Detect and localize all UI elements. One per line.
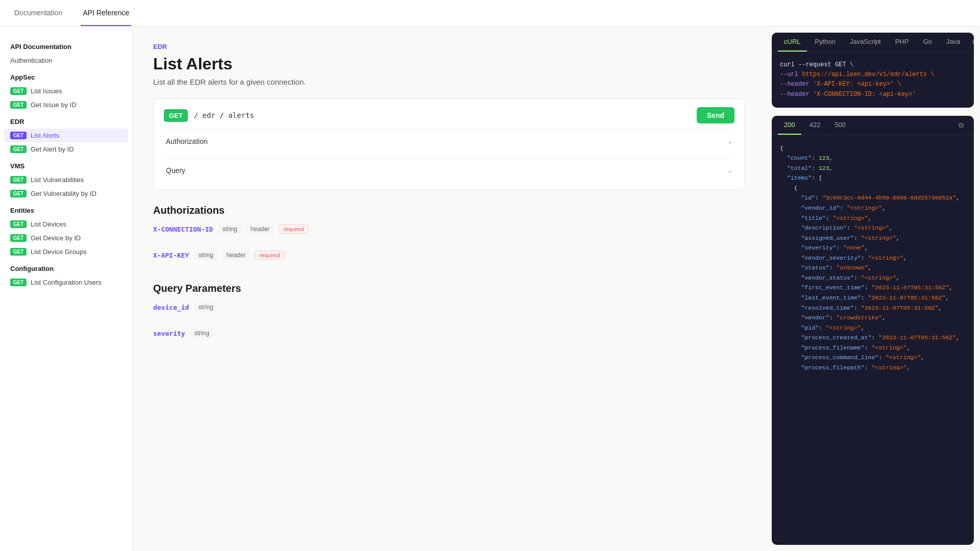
top-nav: Documentation API Reference <box>0 0 980 27</box>
param-name: device_id <box>153 304 189 311</box>
send-button[interactable]: Send <box>697 107 734 123</box>
authorizations-title: Authorizations <box>153 205 745 216</box>
sidebar-item-list-vulns[interactable]: GET List Vulnerabilities <box>0 173 132 187</box>
param-location: header <box>223 251 250 260</box>
accordion-header-authorization[interactable]: Authorization ⌄ <box>164 130 734 153</box>
code-tabs: cURL Python JavaScript PHP Go Java ⧉ <box>772 33 974 52</box>
response-tabs: 200 422 500 ⧉ <box>772 116 974 135</box>
tab-200[interactable]: 200 <box>778 116 801 135</box>
sidebar-appsec-title: AppSec <box>0 67 132 84</box>
sidebar-item-list-alerts[interactable]: GET List Alerts <box>4 129 128 142</box>
method-badge: GET <box>164 109 188 122</box>
code-panel: cURL Python JavaScript PHP Go Java ⧉ cur… <box>772 33 974 108</box>
copy-code-button[interactable]: ⧉ <box>968 34 974 51</box>
curl-code-body: curl --request GET \ --url https://api.l… <box>772 52 974 108</box>
sidebar-item-label: List Device Groups <box>31 248 87 256</box>
method-badge: GET <box>10 145 27 153</box>
tab-python[interactable]: Python <box>809 33 842 52</box>
sidebar-item-label: List Vulnerabilities <box>31 176 84 184</box>
method-badge: GET <box>10 248 27 256</box>
param-name: X-API-KEY <box>153 252 189 259</box>
method-badge: GET <box>10 87 27 95</box>
tab-500[interactable]: 500 <box>828 116 852 135</box>
sidebar: API Documentation Authentication AppSec … <box>0 27 133 551</box>
accordion-label: Authorization <box>166 137 208 145</box>
sidebar-item-list-issues[interactable]: GET List Issues <box>0 84 132 98</box>
sidebar-item-get-alert[interactable]: GET Get Alert by ID <box>0 142 132 156</box>
chevron-down-icon: ⌄ <box>727 167 732 174</box>
param-type: string <box>190 329 213 338</box>
page-title: List Alerts <box>153 55 745 73</box>
tab-php[interactable]: PHP <box>889 33 915 52</box>
sidebar-item-label: Get Alert by ID <box>31 145 74 153</box>
sidebar-item-label: Get Device by ID <box>31 234 81 242</box>
sidebar-api-doc-title: API Documentation <box>0 37 132 54</box>
accordion-label: Query <box>166 166 185 174</box>
tab-java[interactable]: Java <box>940 33 966 52</box>
auth-param-x-connection-id: X-CONNECTION-ID string header required <box>153 224 745 242</box>
method-badge: GET <box>10 279 27 286</box>
query-accordion: Query ⌄ <box>164 159 734 182</box>
method-badge: GET <box>10 101 27 109</box>
accordion-header-query[interactable]: Query ⌄ <box>164 159 734 182</box>
sidebar-edr-title: EDR <box>0 112 132 129</box>
request-bar: GET / edr / alerts Send Authorization ⌄ … <box>153 98 745 190</box>
authorization-accordion: Authorization ⌄ <box>164 130 734 153</box>
param-type: string <box>194 251 217 260</box>
sidebar-item-list-device-groups[interactable]: GET List Device Groups <box>0 245 132 259</box>
method-badge: GET <box>10 176 27 184</box>
sidebar-item-authentication[interactable]: Authentication <box>0 54 132 67</box>
sidebar-item-label: List Devices <box>31 220 66 228</box>
response-panel: 200 422 500 ⧉ { "count": 123, "total": 1… <box>772 116 974 545</box>
query-params-title: Query Parameters <box>153 283 745 294</box>
sidebar-item-label: List Alerts <box>31 132 59 139</box>
required-badge: required <box>279 224 308 234</box>
method-badge: GET <box>10 234 27 242</box>
tab-go[interactable]: Go <box>917 33 938 52</box>
response-body: { "count": 123, "total": 123, "items": [… <box>772 135 974 370</box>
required-badge: required <box>255 251 284 260</box>
query-param-severity: severity string <box>153 329 745 346</box>
param-location: header <box>247 224 274 234</box>
method-badge: GET <box>10 220 27 228</box>
sidebar-item-label: Get Vulnerability by ID <box>31 190 96 197</box>
auth-param-x-api-key: X-API-KEY string header required <box>153 251 745 268</box>
sidebar-item-list-devices[interactable]: GET List Devices <box>0 217 132 231</box>
sidebar-item-label: Get Issue by ID <box>31 101 77 109</box>
request-path: / edr / alerts <box>194 111 691 119</box>
copy-response-button[interactable]: ⧉ <box>954 117 968 134</box>
layout: API Documentation Authentication AppSec … <box>0 27 980 551</box>
query-param-device-id: device_id string <box>153 303 745 320</box>
param-name: X-CONNECTION-ID <box>153 226 213 233</box>
breadcrumb: EDR <box>153 43 745 51</box>
sidebar-item-label: Authentication <box>10 57 52 64</box>
nav-tab-documentation[interactable]: Documentation <box>12 1 64 26</box>
tab-javascript[interactable]: JavaScript <box>844 33 887 52</box>
param-type: string <box>218 224 241 234</box>
sidebar-item-label: List Issues <box>31 87 62 95</box>
sidebar-vms-title: VMS <box>0 156 132 173</box>
sidebar-item-label: List Configuration Users <box>31 279 102 286</box>
request-line: GET / edr / alerts Send <box>164 107 734 123</box>
method-badge: GET <box>10 132 27 139</box>
tab-422[interactable]: 422 <box>803 116 827 135</box>
right-panel: cURL Python JavaScript PHP Go Java ⧉ cur… <box>766 27 980 551</box>
chevron-down-icon: ⌄ <box>727 138 732 145</box>
tab-curl[interactable]: cURL <box>778 33 807 52</box>
sidebar-item-get-issue[interactable]: GET Get Issue by ID <box>0 98 132 112</box>
nav-tab-api-reference[interactable]: API Reference <box>81 1 131 26</box>
sidebar-config-title: Configuration <box>0 259 132 276</box>
method-badge: GET <box>10 190 27 197</box>
sidebar-item-list-config-users[interactable]: GET List Configuration Users <box>0 276 132 289</box>
page-description: List all the EDR alerts for a given conn… <box>153 78 745 86</box>
sidebar-entities-title: Entities <box>0 201 132 217</box>
sidebar-item-get-device[interactable]: GET Get Device by ID <box>0 231 132 245</box>
param-name: severity <box>153 330 185 337</box>
param-type: string <box>194 303 217 312</box>
main-content: EDR List Alerts List all the EDR alerts … <box>133 27 766 551</box>
sidebar-item-get-vuln[interactable]: GET Get Vulnerability by ID <box>0 187 132 201</box>
